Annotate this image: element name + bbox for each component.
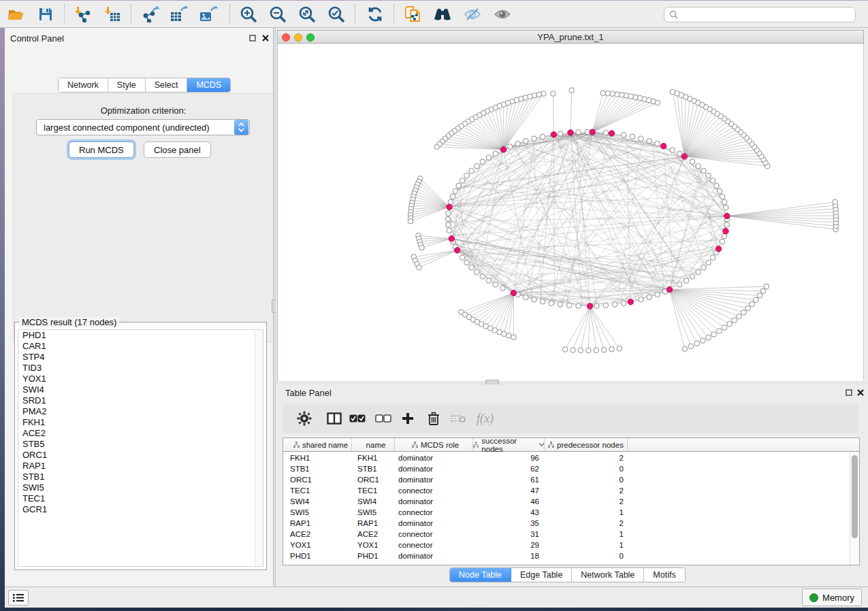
search-network-button[interactable]	[431, 3, 454, 25]
mcds-result-item[interactable]: PHD1	[18, 330, 256, 341]
save-button[interactable]	[34, 3, 57, 25]
table-row[interactable]: ACE2ACE2connector311	[283, 529, 849, 540]
mcds-result-item[interactable]: STB5	[18, 439, 256, 450]
table-cell[interactable]: FKH1	[352, 454, 395, 462]
table-row[interactable]: ORC1ORC1dominator610	[283, 474, 849, 485]
table-cell[interactable]: 35	[473, 519, 545, 527]
table-row[interactable]: STB1STB1dominator620	[283, 463, 849, 474]
mcds-result-item[interactable]: YOX1	[18, 374, 256, 384]
open-folder-button[interactable]	[4, 3, 27, 25]
table-cell[interactable]: RAP1	[283, 519, 352, 527]
network-graph[interactable]	[278, 44, 863, 380]
mcds-result-item[interactable]: ACE2	[18, 428, 256, 439]
network-search-box[interactable]	[664, 7, 856, 22]
zoom-selected-button[interactable]	[325, 3, 348, 25]
hide-selected-button[interactable]	[461, 3, 484, 25]
refresh-layout-button[interactable]	[364, 3, 387, 25]
table-cell[interactable]: 61	[473, 476, 545, 484]
table-cell[interactable]: 18	[473, 552, 545, 560]
mcds-result-item[interactable]: SWI4	[18, 384, 256, 395]
table-cell[interactable]: YOX1	[352, 541, 395, 549]
table-cell[interactable]: SWI5	[352, 508, 395, 516]
zoom-in-button[interactable]	[237, 3, 260, 25]
table-row[interactable]: FKH1FKH1dominator962	[283, 452, 849, 463]
table-cell[interactable]: 2	[545, 497, 628, 506]
table-cell[interactable]: TEC1	[283, 486, 352, 495]
network-canvas[interactable]	[277, 44, 864, 381]
tab-network[interactable]: Network	[59, 78, 108, 92]
table-cell[interactable]: 1	[545, 541, 628, 549]
mcds-result-item[interactable]: RAP1	[18, 461, 256, 472]
table-row[interactable]: SWI4SWI4dominator462	[283, 496, 849, 507]
column-header-successor-nodes[interactable]: successor nodes	[473, 438, 545, 451]
table-scrollbar[interactable]	[850, 452, 859, 565]
zoom-fit-button[interactable]	[295, 3, 319, 25]
table-cell[interactable]: dominator	[395, 497, 473, 506]
table-cell[interactable]: SWI5	[283, 508, 352, 516]
show-panels-button[interactable]	[8, 590, 29, 606]
mcds-result-item[interactable]: CAR1	[18, 341, 256, 352]
mcds-result-item[interactable]: SWI5	[18, 482, 256, 493]
table-cell[interactable]: connector	[395, 486, 473, 495]
mcds-list-scrollbar[interactable]	[255, 329, 263, 567]
column-header-predecessor-nodes[interactable]: predecessor nodes	[545, 438, 628, 451]
table-cell[interactable]: SWI4	[283, 497, 352, 506]
table-row[interactable]: TEC1TEC1connector472	[283, 485, 849, 496]
table-cell[interactable]: 2	[545, 519, 628, 527]
search-input[interactable]	[681, 10, 855, 20]
table-cell[interactable]: 1	[545, 508, 628, 516]
table-cell[interactable]: ORC1	[352, 476, 395, 484]
table-settings-button[interactable]	[293, 408, 316, 429]
show-columns-button[interactable]	[323, 408, 346, 429]
mcds-result-item[interactable]: ORC1	[18, 450, 256, 461]
column-header-name[interactable]: name	[352, 438, 395, 451]
export-table-button[interactable]	[167, 3, 191, 25]
table-row[interactable]: SWI5SWI5connector431	[283, 507, 849, 518]
show-all-button[interactable]	[491, 3, 514, 25]
close-panel-button[interactable]: Close panel	[144, 142, 211, 158]
table-cell[interactable]: PHD1	[352, 552, 395, 560]
table-cell[interactable]: ORC1	[283, 476, 352, 484]
mcds-result-item[interactable]: STB1	[18, 472, 256, 482]
table-cell[interactable]: 1	[545, 530, 628, 538]
table-cell[interactable]: 0	[545, 465, 628, 473]
table-cell[interactable]: 0	[545, 552, 628, 560]
import-network-button[interactable]	[71, 3, 94, 25]
table-cell[interactable]: SWI4	[352, 497, 395, 506]
table-cell[interactable]: ACE2	[352, 530, 395, 538]
tab-select[interactable]: Select	[146, 78, 188, 92]
table-cell[interactable]: 43	[473, 508, 545, 516]
mcds-result-item[interactable]: STP4	[18, 352, 256, 363]
table-cell[interactable]: 96	[473, 454, 545, 462]
table-cell[interactable]: 2	[545, 454, 628, 462]
table-row[interactable]: PHD1PHD1dominator180	[283, 550, 849, 561]
table-cell[interactable]: 29	[473, 541, 545, 549]
table-row[interactable]: RAP1RAP1dominator352	[283, 518, 849, 529]
table-cell[interactable]: dominator	[395, 465, 473, 473]
import-table-button[interactable]	[101, 3, 124, 25]
memory-button[interactable]: Memory	[802, 589, 862, 606]
float-panel-icon[interactable]	[248, 34, 257, 42]
mcds-result-item[interactable]: FKH1	[18, 417, 256, 428]
close-panel-icon[interactable]	[261, 34, 270, 42]
table-cell[interactable]: 47	[473, 486, 545, 495]
table-cell[interactable]: dominator	[395, 552, 473, 560]
zoom-out-button[interactable]	[266, 3, 289, 25]
table-cell[interactable]: connector	[395, 508, 473, 516]
tab-mcds[interactable]: MCDS	[187, 78, 230, 92]
mcds-result-item[interactable]: TEC1	[18, 493, 256, 504]
table-cell[interactable]: 46	[473, 497, 545, 506]
mcds-result-item[interactable]: PMA2	[18, 406, 256, 417]
table-cell[interactable]: dominator	[395, 476, 473, 484]
column-header-MCDS-role[interactable]: MCDS role	[395, 438, 473, 451]
table-cell[interactable]: 62	[473, 465, 545, 473]
float-panel-icon[interactable]	[844, 389, 854, 397]
close-panel-icon[interactable]	[856, 389, 865, 397]
table-cell[interactable]: connector	[395, 541, 473, 549]
table-cell[interactable]: ACE2	[283, 530, 352, 538]
table-cell[interactable]: TEC1	[352, 486, 395, 495]
column-header-shared-name[interactable]: shared name	[283, 438, 352, 451]
table-cell[interactable]: STB1	[352, 465, 395, 473]
table-cell[interactable]: dominator	[395, 519, 473, 527]
mcds-result-item[interactable]: SRD1	[18, 395, 256, 406]
